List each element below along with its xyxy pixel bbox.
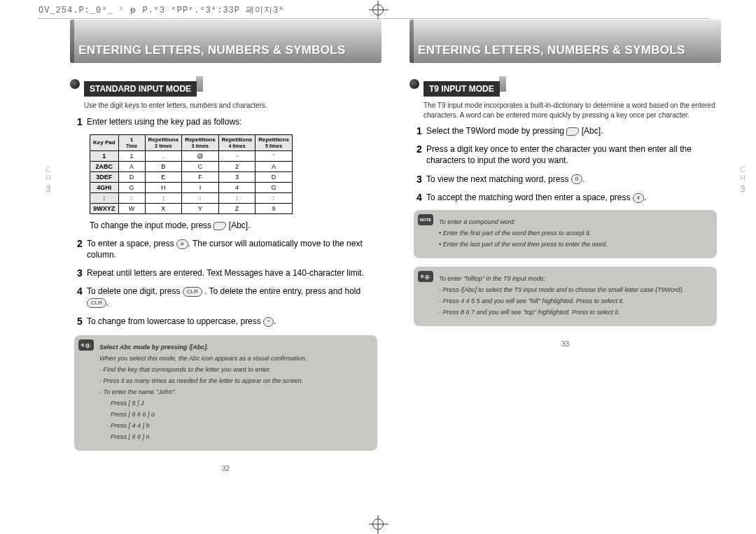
section-heading-left: STANDARD INPUT MODE [70, 71, 382, 97]
chapter-marker-left: CH 3 [39, 165, 57, 193]
page-left: CH 3 ENTERING LETTERS, NUMBERS & SYMBOLS… [70, 20, 382, 472]
bullet-icon [410, 79, 419, 89]
section-heading-right: T9 INPUT MODE [410, 71, 721, 97]
page-header-title: ENTERING LETTERS, NUMBERS & SYMBOLS [78, 43, 346, 57]
section-tail-icon [196, 76, 203, 92]
page-number-right: 33 [410, 340, 721, 348]
section-tail-icon [499, 76, 506, 92]
file-path-bar: OV_254.P:_0ᵃ_ ᶯ ᵽ P.ᵉ3 ᵉPPᵉ.ᵉ3ᵏ:33P 페이지3… [38, 4, 285, 16]
zero-key-icon: 0 [571, 174, 582, 184]
keypad-table: Key Pad 1Time Repetitions2 times Repetit… [90, 134, 293, 214]
hash-key-icon: # [633, 193, 644, 203]
eg-badge-icon: e.g. [418, 271, 433, 282]
bullet-icon [70, 79, 80, 89]
note-callout: NOTE To enter a compound word: • Enter t… [414, 210, 717, 258]
hash-key-icon: # [176, 239, 188, 249]
star-key-icon: * [263, 317, 274, 327]
softkey-icon [214, 222, 226, 230]
page-right: CH 3 ENTERING LETTERS, NUMBERS & SYMBOLS… [410, 20, 721, 472]
crop-mark-bottom [372, 519, 384, 530]
intro-left: Use the digit keys to enter letters, num… [84, 101, 382, 111]
top-rule [38, 18, 710, 19]
step-1: 1 Enter letters using the key pad as fol… [70, 116, 382, 127]
intro-right: The T9 input mode incorporates a built-i… [424, 101, 721, 120]
page-header-right: ENTERING LETTERS, NUMBERS & SYMBOLS [410, 20, 721, 63]
page-number-left: 32 [70, 465, 382, 472]
page-spread: CH 3 ENTERING LETTERS, NUMBERS & SYMBOLS… [35, 0, 721, 472]
example-callout-left: e.g. Select Abc mode by pressing /[Abc].… [74, 335, 377, 451]
section-title-left: STANDARD INPUT MODE [84, 81, 197, 97]
crop-mark-top [372, 4, 384, 15]
clr-key-icon-2: CLR [87, 298, 106, 308]
clr-key-icon: CLR [183, 287, 202, 297]
note-badge-icon: NOTE [418, 214, 433, 225]
chapter-marker-right: CH 3 [734, 165, 752, 193]
example-callout-right: e.g. To enter "hilltop" in the T9 input … [414, 267, 717, 326]
page-header-left: ENTERING LETTERS, NUMBERS & SYMBOLS [70, 20, 382, 63]
softkey-icon [566, 127, 579, 136]
eg-badge-icon: e.g. [78, 339, 94, 351]
